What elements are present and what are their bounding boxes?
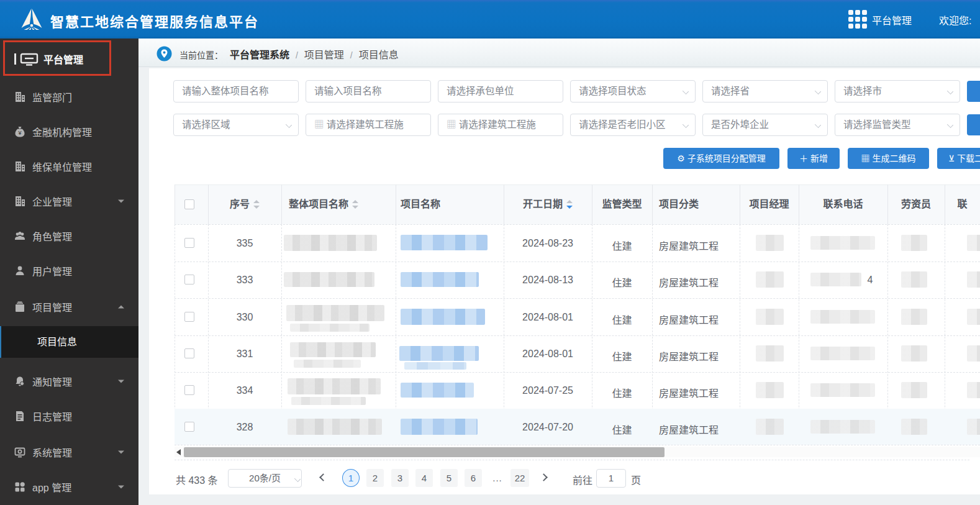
svg-text:¥: ¥ xyxy=(17,130,22,136)
